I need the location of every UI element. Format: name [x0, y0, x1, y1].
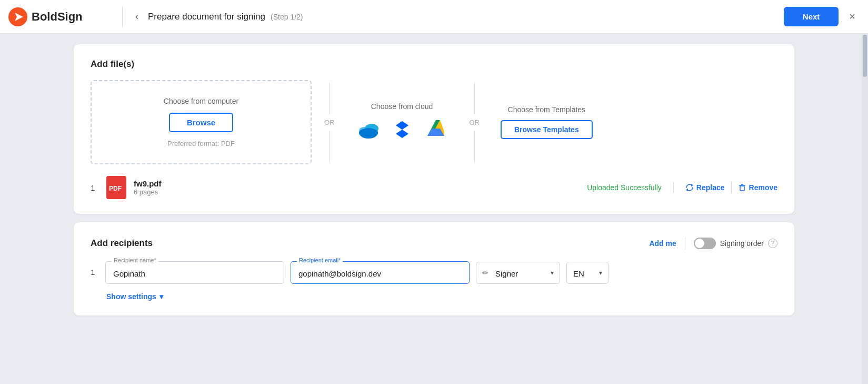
header-actions: Next ×: [784, 7, 860, 26]
show-settings-label: Show settings: [106, 292, 156, 301]
logo-text: BoldSign: [32, 10, 83, 24]
recipient-email-label: Recipient email*: [297, 257, 343, 263]
recipient-name-group: Recipient name*: [105, 261, 284, 284]
recipient-name-input[interactable]: [105, 261, 284, 284]
remove-label: Remove: [749, 183, 777, 192]
role-select[interactable]: Signer Reviewer CC: [476, 262, 560, 284]
template-section: Choose from Templates Browse Templates: [492, 105, 601, 139]
upload-row: Choose from computer Browse Preferred fo…: [91, 80, 777, 164]
cloud-icons-row: [356, 117, 448, 142]
add-me-button[interactable]: Add me: [649, 239, 676, 248]
svg-marker-14: [686, 189, 688, 191]
or-divider-right: OR: [457, 83, 493, 162]
show-settings-area: Show settings ▾: [91, 292, 777, 301]
browse-templates-button[interactable]: Browse Templates: [501, 120, 593, 139]
onedrive-icon[interactable]: [356, 117, 381, 142]
file-actions: Replace Remove: [685, 182, 777, 193]
step-indicator: (Step 1/2): [271, 13, 303, 21]
signing-order-help-icon[interactable]: ?: [768, 239, 777, 248]
file-actions-divider: [673, 182, 674, 193]
cloud-section: Choose from cloud: [347, 102, 457, 142]
browse-button[interactable]: Browse: [169, 113, 233, 132]
page-title: Prepare document for signing: [148, 12, 265, 22]
svg-marker-13: [691, 184, 693, 186]
svg-marker-7: [396, 121, 408, 130]
upload-dropzone[interactable]: Choose from computer Browse Preferred fo…: [91, 80, 312, 164]
logo-area: BoldSign: [8, 7, 114, 26]
actions-divider: [685, 237, 685, 250]
show-settings-chevron-icon: ▾: [159, 292, 163, 301]
templates-label: Choose from Templates: [508, 105, 586, 114]
preferred-format: Preferred format: PDF: [167, 140, 235, 147]
computer-label: Choose from computer: [164, 97, 238, 105]
svg-text:PDF: PDF: [109, 185, 122, 192]
toggle-knob: [695, 239, 704, 248]
role-select-group: ✏ Signer Reviewer CC ▾: [476, 262, 560, 284]
recipients-actions: Add me Signing order ?: [649, 237, 777, 250]
main-content: Add file(s) Choose from computer Browse …: [0, 34, 868, 326]
file-name: fw9.pdf: [134, 179, 580, 188]
or-line-top: [329, 83, 330, 114]
cloud-label: Choose from cloud: [371, 102, 433, 111]
or-line-bottom: [329, 131, 330, 162]
or-line-top-r: [474, 83, 475, 114]
recipient-email-input[interactable]: [291, 261, 470, 284]
recipients-header: Add recipients Add me Signing order ?: [91, 237, 777, 250]
or-divider-left: OR: [312, 83, 347, 162]
header: BoldSign ‹ Prepare document for signing …: [0, 0, 868, 34]
file-between-divider: [731, 182, 732, 193]
add-recipients-card: Add recipients Add me Signing order ? 1 …: [74, 222, 794, 316]
google-drive-icon[interactable]: [423, 117, 448, 142]
signing-order-label: Signing order: [720, 239, 764, 248]
svg-rect-15: [740, 186, 744, 191]
recipient-row: 1 Recipient name* Recipient email* ✏ Sig…: [91, 261, 777, 284]
header-divider: [122, 6, 123, 27]
add-files-title: Add file(s): [91, 59, 777, 70]
or-label-right: OR: [470, 119, 480, 126]
close-button[interactable]: ×: [845, 8, 860, 25]
recipient-number: 1: [91, 268, 99, 284]
scrollbar-thumb[interactable]: [863, 35, 867, 77]
file-row: 1 PDF fw9.pdf 6 pages Uploaded Successfu…: [91, 176, 777, 199]
back-button[interactable]: ‹: [131, 9, 143, 24]
boldsign-logo-icon: [8, 7, 27, 26]
file-number: 1: [91, 183, 99, 192]
next-button[interactable]: Next: [784, 7, 839, 26]
lang-select-group: EN FR DE ES ▾: [566, 262, 608, 284]
recipient-name-label: Recipient name*: [112, 257, 158, 263]
recipient-email-group: Recipient email*: [291, 261, 470, 284]
header-title-area: ‹ Prepare document for signing (Step 1/2…: [131, 9, 784, 24]
replace-label: Replace: [696, 183, 725, 192]
replace-button[interactable]: Replace: [685, 183, 725, 192]
or-label-left: OR: [324, 119, 335, 126]
file-info: fw9.pdf 6 pages: [134, 179, 580, 196]
remove-button[interactable]: Remove: [738, 183, 777, 192]
upload-status: Uploaded Successfully: [587, 183, 662, 192]
svg-point-5: [359, 128, 378, 137]
scrollbar[interactable]: [862, 34, 868, 384]
or-line-bottom-r: [474, 131, 475, 162]
recipients-title: Add recipients: [91, 238, 649, 249]
add-files-card: Add file(s) Choose from computer Browse …: [74, 44, 794, 214]
signing-order-toggle[interactable]: [694, 238, 716, 249]
lang-select[interactable]: EN FR DE ES: [566, 262, 608, 284]
replace-icon: [685, 183, 694, 192]
trash-icon: [738, 183, 746, 192]
pdf-file-icon: PDF: [106, 176, 126, 199]
file-pages: 6 pages: [134, 188, 580, 196]
dropbox-icon[interactable]: [390, 117, 415, 142]
signing-order-row: Signing order ?: [694, 238, 777, 249]
show-settings-button[interactable]: Show settings ▾: [106, 292, 163, 301]
